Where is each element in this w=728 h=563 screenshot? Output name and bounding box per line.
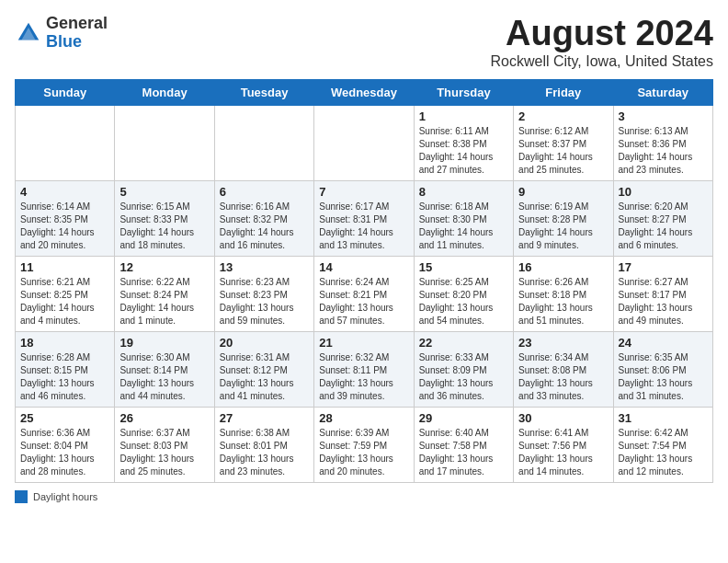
daylight-label: Daylight hours [33,491,97,502]
day-info: Sunrise: 6:30 AM Sunset: 8:14 PM Dayligh… [119,351,209,403]
day-info: Sunrise: 6:35 AM Sunset: 8:06 PM Dayligh… [619,351,708,403]
daylight-box [15,490,28,503]
day-number: 17 [619,260,708,274]
day-info: Sunrise: 6:25 AM Sunset: 8:20 PM Dayligh… [419,276,508,327]
day-info: Sunrise: 6:41 AM Sunset: 7:56 PM Dayligh… [518,427,608,478]
day-info: Sunrise: 6:11 AM Sunset: 8:38 PM Dayligh… [419,125,508,177]
day-number: 2 [518,109,608,123]
calendar-cell: 23Sunrise: 6:34 AM Sunset: 8:08 PM Dayli… [514,331,613,407]
title-block: August 2024 Rockwell City, Iowa, United … [491,15,713,70]
calendar-cell: 16Sunrise: 6:26 AM Sunset: 8:18 PM Dayli… [514,256,613,331]
day-number: 6 [220,185,309,199]
day-number: 18 [20,336,109,350]
day-number: 5 [119,185,209,199]
day-info: Sunrise: 6:38 AM Sunset: 8:01 PM Dayligh… [220,427,309,478]
calendar-cell: 15Sunrise: 6:25 AM Sunset: 8:20 PM Dayli… [414,256,513,331]
day-info: Sunrise: 6:26 AM Sunset: 8:18 PM Dayligh… [518,276,608,327]
calendar-cell: 1Sunrise: 6:11 AM Sunset: 8:38 PM Daylig… [414,105,513,180]
day-number: 28 [319,411,408,425]
calendar-cell [16,105,115,180]
calendar-cell: 20Sunrise: 6:31 AM Sunset: 8:12 PM Dayli… [214,331,313,407]
calendar-cell: 18Sunrise: 6:28 AM Sunset: 8:15 PM Dayli… [16,331,115,407]
day-info: Sunrise: 6:40 AM Sunset: 7:58 PM Dayligh… [419,427,508,478]
calendar-cell: 2Sunrise: 6:12 AM Sunset: 8:37 PM Daylig… [514,105,613,180]
calendar-cell: 24Sunrise: 6:35 AM Sunset: 8:06 PM Dayli… [613,331,712,407]
calendar-table: SundayMondayTuesdayWednesdayThursdayFrid… [15,79,713,483]
calendar-cell: 17Sunrise: 6:27 AM Sunset: 8:17 PM Dayli… [613,256,712,331]
logo-general: General [46,15,108,33]
day-number: 25 [20,411,109,425]
day-info: Sunrise: 6:15 AM Sunset: 8:33 PM Dayligh… [119,201,209,252]
calendar-cell: 13Sunrise: 6:23 AM Sunset: 8:23 PM Dayli… [214,256,313,331]
calendar-cell: 29Sunrise: 6:40 AM Sunset: 7:58 PM Dayli… [414,407,513,482]
day-info: Sunrise: 6:18 AM Sunset: 8:30 PM Dayligh… [419,201,508,252]
day-info: Sunrise: 6:22 AM Sunset: 8:24 PM Dayligh… [119,276,209,327]
day-number: 26 [119,411,209,425]
calendar-cell [115,105,214,180]
calendar-cell: 19Sunrise: 6:30 AM Sunset: 8:14 PM Dayli… [115,331,214,407]
day-number: 27 [220,411,309,425]
day-info: Sunrise: 6:36 AM Sunset: 8:04 PM Dayligh… [20,427,109,478]
day-info: Sunrise: 6:17 AM Sunset: 8:31 PM Dayligh… [319,201,408,252]
day-number: 19 [119,336,209,350]
day-number: 16 [518,260,608,274]
calendar-cell: 14Sunrise: 6:24 AM Sunset: 8:21 PM Dayli… [314,256,414,331]
weekday-header: Thursday [414,79,513,105]
day-info: Sunrise: 6:34 AM Sunset: 8:08 PM Dayligh… [518,351,608,403]
day-number: 21 [319,336,408,350]
day-number: 14 [319,260,408,274]
calendar-subtitle: Rockwell City, Iowa, United States [491,53,713,70]
calendar-cell: 4Sunrise: 6:14 AM Sunset: 8:35 PM Daylig… [16,180,115,256]
calendar-cell [314,105,414,180]
logo: General Blue [15,15,108,52]
day-info: Sunrise: 6:33 AM Sunset: 8:09 PM Dayligh… [419,351,508,403]
calendar-cell: 21Sunrise: 6:32 AM Sunset: 8:11 PM Dayli… [314,331,414,407]
day-number: 1 [419,109,508,123]
weekday-header: Sunday [16,79,115,105]
day-info: Sunrise: 6:42 AM Sunset: 7:54 PM Dayligh… [619,427,708,478]
day-number: 31 [619,411,708,425]
day-info: Sunrise: 6:27 AM Sunset: 8:17 PM Dayligh… [619,276,708,327]
day-info: Sunrise: 6:31 AM Sunset: 8:12 PM Dayligh… [220,351,309,403]
day-number: 22 [419,336,508,350]
day-number: 20 [220,336,309,350]
day-number: 3 [619,109,708,123]
day-number: 7 [319,185,408,199]
day-number: 11 [20,260,109,274]
day-info: Sunrise: 6:12 AM Sunset: 8:37 PM Dayligh… [518,125,608,177]
calendar-header: SundayMondayTuesdayWednesdayThursdayFrid… [16,79,713,105]
calendar-cell: 30Sunrise: 6:41 AM Sunset: 7:56 PM Dayli… [514,407,613,482]
calendar-cell: 10Sunrise: 6:20 AM Sunset: 8:27 PM Dayli… [613,180,712,256]
day-number: 12 [119,260,209,274]
day-info: Sunrise: 6:20 AM Sunset: 8:27 PM Dayligh… [619,201,708,252]
day-number: 23 [518,336,608,350]
day-info: Sunrise: 6:39 AM Sunset: 7:59 PM Dayligh… [319,427,408,478]
day-number: 9 [518,185,608,199]
calendar-cell: 12Sunrise: 6:22 AM Sunset: 8:24 PM Dayli… [115,256,214,331]
weekday-header: Saturday [613,79,712,105]
day-number: 4 [20,185,109,199]
weekday-header: Friday [514,79,613,105]
calendar-cell: 6Sunrise: 6:16 AM Sunset: 8:32 PM Daylig… [214,180,313,256]
day-info: Sunrise: 6:28 AM Sunset: 8:15 PM Dayligh… [20,351,109,403]
calendar-title: August 2024 [491,15,713,53]
calendar-cell: 25Sunrise: 6:36 AM Sunset: 8:04 PM Dayli… [16,407,115,482]
weekday-header: Monday [115,79,214,105]
calendar-cell [214,105,313,180]
weekday-header: Tuesday [214,79,313,105]
calendar-cell: 26Sunrise: 6:37 AM Sunset: 8:03 PM Dayli… [115,407,214,482]
calendar-cell: 5Sunrise: 6:15 AM Sunset: 8:33 PM Daylig… [115,180,214,256]
calendar-cell: 8Sunrise: 6:18 AM Sunset: 8:30 PM Daylig… [414,180,513,256]
calendar-cell: 7Sunrise: 6:17 AM Sunset: 8:31 PM Daylig… [314,180,414,256]
day-info: Sunrise: 6:37 AM Sunset: 8:03 PM Dayligh… [119,427,209,478]
day-number: 13 [220,260,309,274]
day-info: Sunrise: 6:19 AM Sunset: 8:28 PM Dayligh… [518,201,608,252]
day-number: 24 [619,336,708,350]
calendar-cell: 28Sunrise: 6:39 AM Sunset: 7:59 PM Dayli… [314,407,414,482]
logo-text: General Blue [46,15,108,52]
weekday-header: Wednesday [314,79,414,105]
day-info: Sunrise: 6:16 AM Sunset: 8:32 PM Dayligh… [220,201,309,252]
day-number: 30 [518,411,608,425]
calendar-cell: 9Sunrise: 6:19 AM Sunset: 8:28 PM Daylig… [514,180,613,256]
footer: Daylight hours [15,490,713,503]
